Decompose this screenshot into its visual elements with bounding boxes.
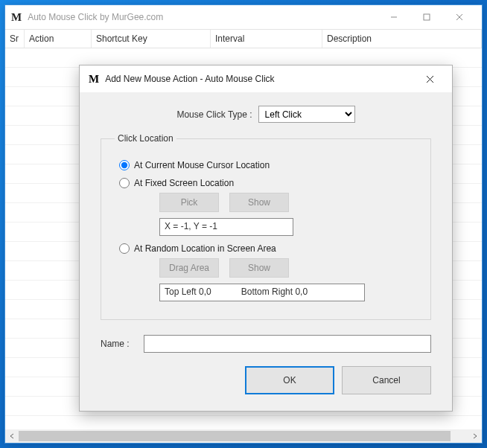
grid-header: Sr Action Shortcut Key Interval Descript… — [5, 29, 482, 48]
radio-fixed-row: At Fixed Screen Location — [119, 178, 417, 188]
window-controls — [378, 7, 476, 28]
area-display: Top Left 0,0 Bottom Right 0,0 — [159, 284, 365, 301]
pick-button[interactable]: Pick — [159, 193, 219, 212]
radio-current-label: At Current Mouse Cursor Location — [134, 160, 270, 170]
click-location-legend: Click Location — [115, 133, 176, 144]
scroll-right-arrow[interactable] — [468, 429, 482, 443]
scrollbar-track[interactable] — [19, 431, 468, 441]
radio-random-row: At Random Location in Screen Area — [119, 243, 417, 254]
maximize-button[interactable] — [410, 7, 443, 28]
col-sr[interactable]: Sr — [5, 30, 25, 48]
scroll-left-arrow[interactable] — [5, 429, 19, 443]
click-type-label: Mouse Click Type : — [176, 109, 252, 120]
radio-random-label: At Random Location in Screen Area — [134, 243, 276, 254]
topleft-text: Top Left 0,0 — [165, 287, 211, 298]
name-label: Name : — [101, 339, 138, 349]
dialog-app-icon: M — [89, 73, 99, 86]
show-fixed-button[interactable]: Show — [229, 193, 289, 212]
cancel-button[interactable]: Cancel — [342, 366, 431, 394]
click-type-select[interactable]: Left Click — [258, 106, 355, 123]
drag-area-button[interactable]: Drag Area — [159, 258, 219, 278]
radio-random-area[interactable] — [119, 243, 130, 254]
radio-current-row: At Current Mouse Cursor Location — [119, 160, 417, 170]
name-input[interactable] — [144, 335, 431, 353]
radio-fixed-label: At Fixed Screen Location — [134, 178, 234, 188]
svg-rect-1 — [424, 14, 430, 20]
dialog-title: Add New Mouse Action - Auto Mouse Click — [105, 74, 409, 84]
bottomright-text: Bottom Right 0,0 — [241, 287, 308, 298]
col-interval[interactable]: Interval — [211, 30, 322, 48]
app-icon: M — [11, 11, 22, 24]
xy-display: X = -1, Y = -1 — [159, 218, 293, 236]
minimize-button[interactable] — [378, 7, 410, 28]
show-area-button[interactable]: Show — [229, 258, 289, 278]
dialog-body: Mouse Click Type : Left Click Click Loca… — [80, 92, 452, 411]
col-description[interactable]: Description — [322, 30, 482, 48]
radio-current-cursor[interactable] — [119, 160, 130, 170]
close-button[interactable] — [443, 7, 476, 28]
add-action-dialog: M Add New Mouse Action - Auto Mouse Clic… — [79, 65, 453, 412]
name-row: Name : — [101, 335, 431, 353]
click-type-row: Mouse Click Type : Left Click — [101, 106, 431, 123]
radio-fixed-location[interactable] — [119, 178, 130, 188]
horizontal-scrollbar[interactable] — [5, 429, 482, 443]
col-action[interactable]: Action — [25, 30, 92, 48]
dialog-button-row: OK Cancel — [101, 366, 431, 394]
dialog-titlebar[interactable]: M Add New Mouse Action - Auto Mouse Clic… — [80, 65, 452, 92]
scrollbar-thumb[interactable] — [19, 431, 451, 441]
main-titlebar[interactable]: M Auto Mouse Click by MurGee.com — [5, 5, 482, 29]
dialog-close-button[interactable] — [415, 68, 445, 89]
ok-button[interactable]: OK — [245, 366, 334, 394]
click-location-group: Click Location At Current Mouse Cursor L… — [101, 133, 431, 320]
main-title: Auto Mouse Click by MurGee.com — [28, 12, 372, 22]
random-sub-controls: Drag Area Show Top Left 0,0 Bottom Right… — [159, 258, 417, 301]
fixed-sub-controls: Pick Show X = -1, Y = -1 — [159, 193, 417, 236]
col-shortcut[interactable]: Shortcut Key — [92, 30, 211, 48]
